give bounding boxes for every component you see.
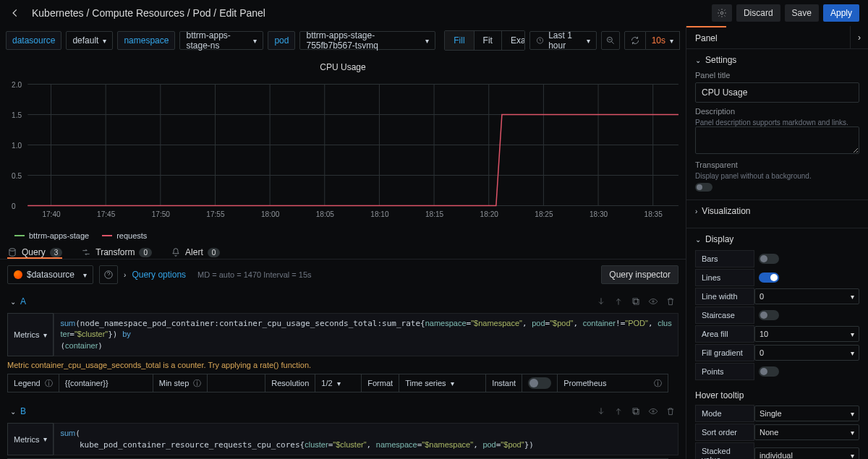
- metrics-button-b[interactable]: Metrics: [7, 423, 54, 455]
- namespace-select[interactable]: bttrm-apps-stage-ns: [179, 31, 263, 50]
- tab-transform[interactable]: Transform 0: [81, 247, 152, 259]
- transparent-toggle[interactable]: [695, 183, 712, 192]
- svg-text:0.5: 0.5: [12, 172, 22, 180]
- chart-legend: bttrm-apps-stage requests: [7, 228, 678, 243]
- query-inspector-button[interactable]: Query inspector: [601, 265, 678, 284]
- visualization-section-header[interactable]: ›Visualization: [695, 206, 859, 216]
- svg-text:18:30: 18:30: [590, 210, 608, 218]
- move-up-icon[interactable]: [613, 406, 624, 416]
- svg-rect-40: [633, 299, 637, 303]
- fillgrad-select[interactable]: 0: [754, 345, 859, 361]
- side-tab-next[interactable]: ›: [850, 26, 868, 48]
- bell-icon: [171, 247, 181, 257]
- refresh-interval-select[interactable]: 10s: [646, 31, 680, 50]
- duplicate-icon[interactable]: [631, 406, 641, 416]
- staircase-toggle[interactable]: [759, 310, 779, 320]
- duplicate-icon[interactable]: [631, 296, 641, 306]
- discard-button[interactable]: Discard: [736, 4, 780, 22]
- format-select-a[interactable]: Time series: [399, 374, 485, 392]
- move-up-icon[interactable]: [613, 296, 624, 306]
- legend-label: Legend: [14, 379, 41, 387]
- eye-icon[interactable]: [648, 406, 658, 416]
- stacked-select[interactable]: individual: [754, 447, 859, 459]
- datasource-select[interactable]: default: [66, 31, 113, 50]
- legend-input-a[interactable]: [59, 374, 153, 392]
- breadcrumb: Kubernetes / Compute Resources / Pod / E…: [32, 7, 265, 19]
- minstep-input-a[interactable]: [207, 374, 265, 392]
- transparent-label: Transparent: [695, 160, 859, 169]
- tab-query-label: Query: [22, 247, 46, 257]
- instant-label: Instant: [485, 374, 522, 392]
- svg-text:18:05: 18:05: [316, 210, 334, 218]
- svg-text:1.5: 1.5: [12, 111, 22, 119]
- query-datasource-value: $datasource: [27, 270, 75, 280]
- tab-alert[interactable]: Alert 0: [171, 247, 220, 259]
- query-datasource-select[interactable]: $datasource: [7, 265, 93, 284]
- svg-text:18:25: 18:25: [535, 210, 553, 218]
- database-icon: [7, 247, 17, 257]
- tab-alert-count: 0: [208, 248, 221, 257]
- view-fill[interactable]: Fill: [445, 31, 473, 50]
- query-options-link[interactable]: Query options: [132, 270, 186, 280]
- query-a-code[interactable]: sum(node_namespace_pod_container:contain…: [54, 313, 678, 356]
- mode-label: Mode: [695, 405, 754, 422]
- staircase-label: Staircase: [695, 306, 754, 324]
- zoom-out-button[interactable]: [601, 31, 619, 50]
- mode-select[interactable]: Single: [754, 406, 859, 421]
- save-button[interactable]: Save: [785, 4, 819, 22]
- query-b-code[interactable]: sum( kube_pod_container_resource_request…: [54, 423, 678, 455]
- move-down-icon[interactable]: [596, 406, 606, 416]
- view-fit[interactable]: Fit: [474, 31, 501, 50]
- description-hint: Panel description supports markdown and …: [695, 119, 859, 126]
- bars-toggle[interactable]: [759, 254, 779, 264]
- view-mode-segmented: Fill Fit Exact: [444, 30, 525, 51]
- svg-point-0: [720, 12, 723, 14]
- lines-toggle[interactable]: [759, 273, 779, 283]
- arrow-left-icon: [10, 8, 20, 18]
- chart-area: 0 0.5 1.0 1.5 2.0 17:40 17:45 17:50 17:5…: [7, 77, 678, 228]
- instant-toggle-a[interactable]: [528, 377, 551, 389]
- clock-icon: [536, 35, 544, 46]
- linewidth-select[interactable]: 0: [754, 288, 859, 304]
- view-exact[interactable]: Exact: [501, 31, 525, 50]
- svg-text:18:20: 18:20: [480, 210, 498, 218]
- svg-text:17:45: 17:45: [97, 210, 115, 218]
- tab-query[interactable]: Query 3: [7, 247, 62, 259]
- points-label: Points: [695, 363, 754, 380]
- chart-title: CPU Usage: [7, 62, 678, 72]
- trash-icon[interactable]: [665, 296, 676, 306]
- panel-settings-button[interactable]: [712, 4, 732, 22]
- tab-alert-label: Alert: [185, 247, 203, 257]
- trash-icon[interactable]: [665, 406, 676, 416]
- transparent-hint: Display panel without a background.: [695, 172, 859, 180]
- eye-icon[interactable]: [648, 296, 658, 306]
- areafill-select[interactable]: 10: [754, 326, 859, 342]
- settings-section-header[interactable]: ⌄Settings: [695, 55, 859, 65]
- tab-transform-count: 0: [139, 248, 152, 257]
- help-icon: [103, 270, 114, 280]
- sort-select[interactable]: None: [754, 424, 859, 440]
- hover-header: Hover tooltip: [695, 390, 859, 400]
- refresh-button[interactable]: [624, 31, 646, 50]
- panel-title-input[interactable]: [695, 82, 859, 103]
- points-toggle[interactable]: [759, 366, 779, 377]
- bars-label: Bars: [695, 250, 754, 267]
- resolution-select-a[interactable]: 1/2: [315, 374, 361, 392]
- pod-select[interactable]: bttrm-apps-stage-755fb7b567-tsvmq: [299, 31, 435, 50]
- timerange-picker[interactable]: Last 1 hour: [529, 31, 597, 50]
- metrics-button-a[interactable]: Metrics: [7, 313, 54, 356]
- svg-point-44: [652, 411, 654, 412]
- svg-text:18:00: 18:00: [261, 210, 279, 218]
- move-down-icon[interactable]: [596, 296, 606, 306]
- query-a-collapse[interactable]: ⌄: [10, 298, 16, 306]
- back-button[interactable]: [9, 7, 22, 20]
- display-section-header[interactable]: ⌄Display: [695, 234, 859, 244]
- apply-button[interactable]: Apply: [823, 4, 859, 22]
- svg-rect-43: [633, 408, 637, 413]
- query-options-chevron[interactable]: ›: [124, 271, 126, 279]
- query-b-collapse[interactable]: ⌄: [10, 408, 16, 416]
- datasource-help-button[interactable]: [99, 265, 118, 284]
- side-tab-panel[interactable]: Panel: [686, 26, 726, 48]
- fillgrad-label: Fill gradient: [695, 344, 754, 361]
- description-textarea[interactable]: [695, 126, 859, 154]
